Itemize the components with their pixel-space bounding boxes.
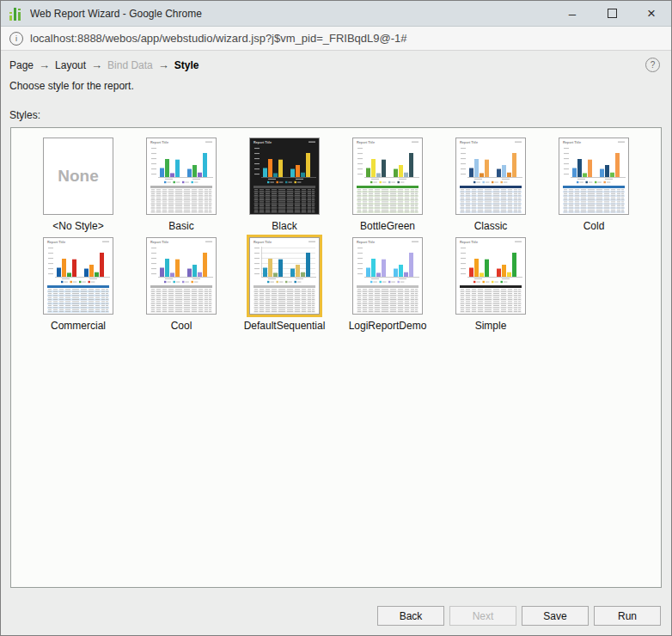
title-bar: Web Report Wizard - Google Chrome – × <box>1 1 671 27</box>
back-button[interactable]: Back <box>377 606 444 626</box>
logi-report-logo-icon <box>8 6 23 21</box>
svg-text:Report Title: Report Title <box>460 141 478 144</box>
style-option-label: Basic <box>168 220 193 232</box>
style-thumbnail: Report Title <box>352 237 423 315</box>
style-frame: Report Title <box>556 135 632 217</box>
style-thumbnail: Report Title <box>352 138 423 215</box>
style-frame: Report Title <box>40 235 116 317</box>
style-frame: None <box>40 135 116 217</box>
svg-text:Report Title: Report Title <box>357 241 375 244</box>
style-option-label: Simple <box>475 320 507 332</box>
style-option-cold[interactable]: Report TitleCold <box>542 135 645 235</box>
style-frame: Report Title <box>453 135 528 217</box>
style-option-no-style[interactable]: None<No Style> <box>27 135 130 235</box>
style-thumbnail: Report Title <box>249 237 320 315</box>
styles-panel: None<No Style>Report TitleBasicReport Ti… <box>10 127 662 588</box>
style-option-commercial[interactable]: Report TitleCommercial <box>27 235 130 334</box>
wizard-content: Page→Layout→Bind Data→Style ? Choose sty… <box>1 51 671 635</box>
style-option-bottlegreen[interactable]: Report TitleBottleGreen <box>336 135 439 235</box>
window-controls: – × <box>553 1 671 26</box>
style-thumbnail: Report Title <box>455 138 526 215</box>
styles-grid: None<No Style>Report TitleBasicReport Ti… <box>27 135 661 334</box>
breadcrumb-step-page[interactable]: Page <box>9 59 34 71</box>
style-frame: Report Title <box>144 235 219 317</box>
styles-label: Styles: <box>9 109 40 121</box>
none-text: None <box>58 167 99 186</box>
style-option-basic[interactable]: Report TitleBasic <box>130 135 233 235</box>
svg-text:Report Title: Report Title <box>47 241 65 244</box>
breadcrumb-arrow-icon: → <box>158 58 169 71</box>
style-option-black[interactable]: Report TitleBlack <box>233 135 336 235</box>
svg-text:Report Title: Report Title <box>150 141 168 144</box>
help-icon[interactable]: ? <box>645 58 660 72</box>
style-option-label: Commercial <box>51 320 106 332</box>
style-thumbnail: Report Title <box>559 138 629 215</box>
style-option-label: <No Style> <box>52 220 103 232</box>
style-thumbnail: Report Title <box>146 237 217 315</box>
style-thumbnail: Report Title <box>146 138 217 215</box>
style-option-label: Cold <box>583 220 605 232</box>
style-option-label: LogiReportDemo <box>349 320 427 332</box>
info-icon[interactable]: i <box>9 32 23 46</box>
svg-text:Report Title: Report Title <box>150 241 168 244</box>
svg-text:Report Title: Report Title <box>563 141 581 144</box>
svg-text:Report Title: Report Title <box>357 141 375 144</box>
no-style-thumbnail: None <box>43 138 113 215</box>
footer-buttons: Back Next Save Run <box>377 606 661 626</box>
style-option-simple[interactable]: Report TitleSimple <box>439 235 542 334</box>
selected-style-frame: Report Title <box>247 235 322 317</box>
breadcrumb-step-style: Style <box>174 59 199 71</box>
breadcrumb-step-bind-data: Bind Data <box>107 59 153 71</box>
style-frame: Report Title <box>144 135 219 217</box>
svg-text:Report Title: Report Title <box>254 141 272 144</box>
close-button[interactable]: × <box>632 1 671 26</box>
maximize-button[interactable] <box>592 1 632 26</box>
style-option-cool[interactable]: Report TitleCool <box>130 235 233 334</box>
style-option-defaultsequential[interactable]: Report TitleDefaultSequential <box>233 235 336 334</box>
style-option-label: BottleGreen <box>360 220 415 232</box>
address-bar: i localhost:8888/webos/app/webstudio/wiz… <box>1 27 671 51</box>
breadcrumb-arrow-icon: → <box>39 58 50 71</box>
style-option-label: DefaultSequential <box>244 320 326 332</box>
style-option-label: Black <box>272 220 296 232</box>
style-frame: Report Title <box>350 135 425 217</box>
run-button[interactable]: Run <box>594 606 661 626</box>
style-option-label: Cool <box>171 320 192 332</box>
minimize-button[interactable]: – <box>553 1 592 29</box>
save-button[interactable]: Save <box>522 606 589 626</box>
style-option-label: Classic <box>474 220 508 232</box>
style-thumbnail: Report Title <box>43 237 113 315</box>
browser-window: Web Report Wizard - Google Chrome – × i … <box>0 0 672 636</box>
url-field[interactable]: localhost:8888/webos/app/webstudio/wizar… <box>30 32 406 45</box>
style-thumbnail: Report Title <box>455 237 526 315</box>
svg-text:Report Title: Report Title <box>254 241 272 244</box>
breadcrumb: Page→Layout→Bind Data→Style <box>9 58 199 71</box>
svg-text:Report Title: Report Title <box>460 241 478 244</box>
breadcrumb-arrow-icon: → <box>91 58 102 71</box>
style-option-logireportdemo[interactable]: Report TitleLogiReportDemo <box>336 235 439 334</box>
style-option-classic[interactable]: Report TitleClassic <box>439 135 542 235</box>
next-button: Next <box>449 606 516 626</box>
style-frame: Report Title <box>453 235 528 317</box>
style-frame: Report Title <box>247 135 322 217</box>
instruction-text: Choose style for the report. <box>9 80 134 92</box>
window-title: Web Report Wizard - Google Chrome <box>30 8 553 20</box>
breadcrumb-step-layout[interactable]: Layout <box>55 59 86 71</box>
maximize-icon <box>608 9 617 18</box>
style-frame: Report Title <box>350 235 425 317</box>
style-thumbnail: Report Title <box>249 138 320 215</box>
